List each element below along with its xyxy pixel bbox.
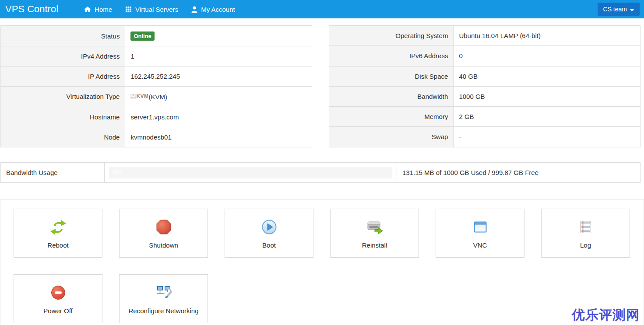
home-icon (84, 6, 91, 13)
action-label: Reconfigure Networking (128, 307, 198, 315)
virtualization-text: (KVM) (149, 93, 168, 101)
table-row: IP Address 162.245.252.245 (1, 66, 312, 87)
reinstall-icon (366, 217, 384, 237)
table-row: Hostname server1.vps.com (1, 107, 312, 127)
nav-item-my-account[interactable]: My Account (185, 0, 242, 18)
info-label: Hostname (1, 107, 125, 127)
info-value: 40 GB (454, 66, 640, 86)
log-button[interactable]: Log (541, 209, 630, 258)
site-watermark: 优乐评测网 (572, 306, 640, 324)
reinstall-button[interactable]: Reinstall (330, 209, 419, 258)
reboot-icon (49, 217, 67, 237)
action-label: VNC (473, 241, 487, 249)
table-row: Operating System Ubuntu 16.04 LAMP (64-b… (329, 26, 640, 46)
info-label: Node (1, 127, 125, 147)
table-row: Bandwidth 1000 GB (329, 86, 640, 106)
info-label: IPv6 Address (329, 46, 454, 66)
bandwidth-progress-cell: 0% (105, 163, 397, 182)
info-value: 162.245.252.245 (125, 66, 312, 87)
nav-item-label: My Account (201, 6, 235, 13)
reboot-button[interactable]: Reboot (14, 209, 102, 258)
nav-item-label: Home (95, 6, 112, 13)
actions-grid: Reboot Shutdown (14, 209, 630, 323)
info-label: Disk Space (329, 66, 454, 86)
table-row: Node kvmnodesb01 (1, 127, 312, 147)
info-value: 1 (125, 46, 312, 66)
table-row: IPv4 Address 1 (1, 46, 312, 66)
info-label: Status (1, 26, 125, 46)
vnc-icon (472, 217, 489, 237)
user-icon (191, 6, 197, 13)
power-off-button[interactable]: Power Off (14, 274, 102, 323)
actions-panel: Reboot Shutdown (0, 199, 644, 325)
table-row: Virtualization Type KVM (KVM) (1, 87, 312, 107)
nav-item-home[interactable]: Home (77, 0, 119, 18)
account-dropdown-label: CS team (603, 6, 627, 13)
log-icon (577, 217, 595, 237)
info-value: 0 (454, 46, 640, 66)
info-label: IPv4 Address (1, 46, 125, 66)
kvm-logo-icon: KVM (130, 92, 148, 101)
info-value: kvmnodesb01 (125, 127, 312, 147)
boot-button[interactable]: Boot (225, 209, 313, 258)
kvm-logo-text: KVM (136, 92, 148, 101)
action-label: Power Off (43, 307, 72, 315)
shutdown-icon (155, 217, 172, 237)
table-row: Status Online (1, 26, 312, 46)
action-label: Reboot (47, 241, 68, 249)
table-row: Swap - (329, 127, 640, 147)
power-off-icon (49, 283, 67, 302)
info-label: Swap (329, 127, 454, 147)
grid-icon (125, 6, 132, 13)
info-label: Virtualization Type (1, 87, 125, 107)
info-value: server1.vps.com (125, 107, 312, 127)
server-info-tables: Status Online IPv4 Address 1 IP Address … (0, 25, 640, 147)
status-badge: Online (130, 31, 154, 41)
account-dropdown-button[interactable]: CS team (598, 3, 640, 16)
bandwidth-percent-label: 0% (109, 167, 392, 178)
vnc-button[interactable]: VNC (436, 209, 524, 258)
server-info-table-right: Operating System Ubuntu 16.04 LAMP (64-b… (329, 25, 640, 147)
info-value: - (454, 127, 640, 147)
action-label: Shutdown (149, 241, 178, 249)
info-value: Ubuntu 16.04 LAMP (64-bit) (454, 26, 640, 46)
shutdown-button[interactable]: Shutdown (119, 209, 208, 258)
caret-down-icon (630, 6, 634, 13)
network-icon (155, 283, 172, 302)
info-value: 1000 GB (454, 86, 640, 106)
info-label: Memory (329, 107, 454, 127)
table-row: IPv6 Address 0 (329, 46, 640, 66)
nav-menu: Home Virtual Servers (77, 0, 242, 18)
info-label: Operating System (329, 26, 454, 46)
bandwidth-usage-row: Bandwidth Usage 0% 131.15 MB of 1000 GB … (0, 162, 640, 183)
info-value: 2 GB (454, 107, 640, 127)
nav-item-virtual-servers[interactable]: Virtual Servers (119, 0, 185, 18)
boot-icon (260, 217, 278, 237)
action-label: Boot (262, 241, 276, 249)
info-label: IP Address (1, 66, 125, 87)
reconfigure-networking-button[interactable]: Reconfigure Networking (119, 274, 208, 323)
bandwidth-summary: 131.15 MB of 1000 GB Used / 999.87 GB Fr… (397, 163, 640, 182)
table-row: Disk Space 40 GB (329, 66, 640, 86)
bandwidth-usage-label: Bandwidth Usage (1, 163, 105, 182)
action-label: Reinstall (362, 241, 387, 249)
bandwidth-progress-bar: 0% (109, 167, 392, 178)
table-row: Memory 2 GB (329, 107, 640, 127)
virtualization-value: KVM (KVM) (125, 87, 312, 107)
top-navbar: VPS Control Home Virtual Servers (0, 0, 644, 18)
server-info-table-left: Status Online IPv4 Address 1 IP Address … (0, 25, 312, 147)
app-brand[interactable]: VPS Control (0, 3, 63, 15)
info-label: Bandwidth (329, 86, 454, 106)
status-value: Online (125, 26, 312, 46)
nav-item-label: Virtual Servers (135, 6, 178, 13)
action-label: Log (580, 241, 591, 249)
